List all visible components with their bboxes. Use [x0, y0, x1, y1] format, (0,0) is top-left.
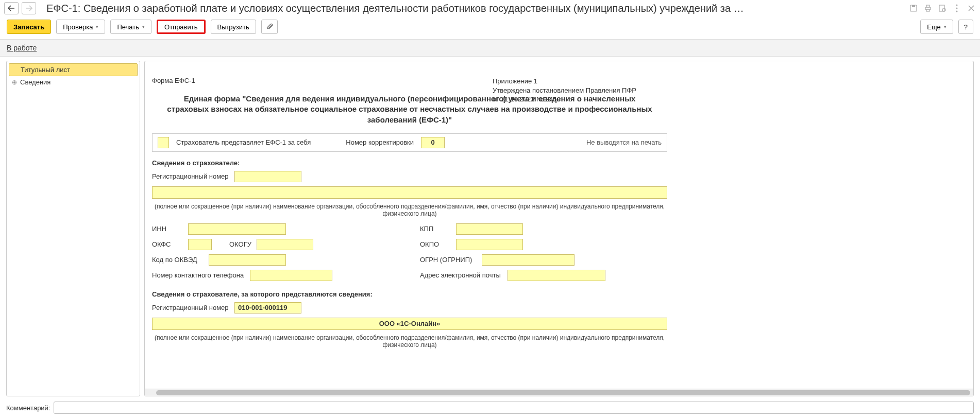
page-title: ЕФС-1: Сведения о заработной плате и усл…: [46, 3, 906, 14]
comment-label: Комментарий:: [6, 404, 50, 412]
titlebar-actions: [909, 4, 976, 13]
reg-num2-label: Регистрационный номер: [152, 304, 229, 311]
inn-label: ИНН: [152, 225, 183, 233]
save-icon[interactable]: [909, 4, 918, 13]
reg-num2-field[interactable]: 010-001-000119: [234, 302, 301, 314]
org2-name-field[interactable]: ООО «1С-Онлайн»: [152, 318, 667, 330]
chevron-down-icon: ▾: [944, 24, 947, 29]
attachment-button[interactable]: [261, 20, 278, 34]
okfs-label: ОКФС: [152, 240, 183, 248]
okogu-field[interactable]: [257, 239, 313, 250]
email-field[interactable]: [508, 270, 605, 281]
reg-num-field[interactable]: [234, 171, 301, 182]
svg-point-9: [956, 11, 958, 12]
ogrn-label: ОГРН (ОГРНИП): [420, 256, 477, 264]
tree-item-svedeniya[interactable]: ⊕ Сведения: [9, 76, 138, 88]
tree-item-title-page[interactable]: Титульный лист: [9, 63, 138, 76]
content-scroll[interactable]: Приложение 1 Утверждена постановлением П…: [145, 61, 973, 389]
arrow-right-icon: [25, 5, 32, 11]
print-icon[interactable]: [923, 4, 933, 13]
corr-num-label: Номер корректировки: [346, 138, 414, 146]
self-insurer-checkbox[interactable]: [158, 137, 169, 148]
kpp-field[interactable]: [456, 223, 523, 235]
reg-num-label: Регистрационный номер: [152, 172, 229, 180]
phone-label: Номер контактного телефона: [152, 271, 245, 279]
print-button[interactable]: Печать▾: [110, 20, 151, 34]
check-button[interactable]: Проверка▾: [56, 20, 105, 34]
org2-name-hint: (полное или сокращенное (при наличии) на…: [152, 334, 667, 349]
ogrn-field[interactable]: [482, 254, 575, 266]
self-insurer-label: Страхователь представляет ЕФС-1 за себя: [176, 138, 311, 146]
okpo-field[interactable]: [456, 239, 523, 250]
close-icon[interactable]: [967, 4, 976, 13]
section-insurer-title: Сведения о страхователе:: [152, 159, 667, 167]
svg-point-7: [956, 5, 958, 6]
titlebar: ЕФС-1: Сведения о заработной плате и усл…: [0, 0, 980, 18]
sidebar-tree: Титульный лист ⊕ Сведения: [6, 61, 140, 396]
main-area: Титульный лист ⊕ Сведения Приложение 1 У…: [0, 57, 980, 398]
chevron-down-icon: ▾: [96, 24, 98, 29]
preview-icon[interactable]: [938, 4, 947, 13]
nav-back-button[interactable]: [4, 2, 19, 14]
export-button[interactable]: Выгрузить: [211, 20, 256, 34]
status-band: В работе: [0, 39, 980, 57]
tree-item-label: Сведения: [20, 78, 50, 86]
org-name-field[interactable]: [152, 186, 667, 199]
okved-field[interactable]: [209, 254, 286, 266]
svg-rect-1: [912, 5, 915, 7]
svg-rect-3: [926, 5, 930, 7]
okfs-field[interactable]: [188, 239, 212, 250]
self-insurer-row: Страхователь представляет ЕФС-1 за себя …: [152, 133, 667, 152]
phone-field[interactable]: [250, 270, 332, 281]
corr-num-field[interactable]: 0: [421, 137, 445, 148]
expand-icon: ⊕: [12, 79, 17, 86]
org-name-hint: (полное или сокращенное (при наличии) на…: [152, 203, 667, 217]
svg-point-6: [942, 8, 945, 11]
email-label: Адрес электронной почты: [420, 271, 502, 279]
help-button[interactable]: ?: [958, 20, 973, 34]
tree-item-label: Титульный лист: [21, 66, 70, 74]
section-insurer2-title: Сведения о страхователе, за которого пре…: [152, 290, 667, 298]
nav-forward-button[interactable]: [22, 2, 36, 14]
horizontal-scrollbar[interactable]: [145, 389, 973, 396]
paperclip-icon: [266, 23, 273, 31]
save-button[interactable]: Записать: [7, 20, 51, 34]
comment-input[interactable]: [54, 402, 974, 414]
appendix-block: Приложение 1 Утверждена постановлением П…: [493, 77, 636, 104]
arrow-left-icon: [8, 5, 15, 11]
okved-label: Код по ОКВЭД: [152, 256, 204, 264]
inn-field[interactable]: [188, 223, 286, 235]
okpo-label: ОКПО: [420, 240, 451, 248]
chevron-down-icon: ▾: [142, 24, 145, 29]
kpp-label: КПП: [420, 225, 451, 233]
more-button[interactable]: Еще▾: [920, 20, 953, 34]
kebab-menu-icon[interactable]: [952, 4, 961, 13]
send-button[interactable]: Отправить: [157, 20, 205, 34]
no-print-label: Не выводятся на печать: [586, 138, 662, 146]
content-panel: Приложение 1 Утверждена постановлением П…: [144, 61, 974, 396]
status-link-in-work[interactable]: В работе: [7, 44, 37, 52]
svg-point-8: [956, 8, 958, 9]
okogu-label: ОКОГУ: [229, 240, 251, 248]
toolbar: Записать Проверка▾ Печать▾ Отправить Выг…: [0, 18, 980, 39]
comment-bar: Комментарий:: [0, 398, 980, 418]
